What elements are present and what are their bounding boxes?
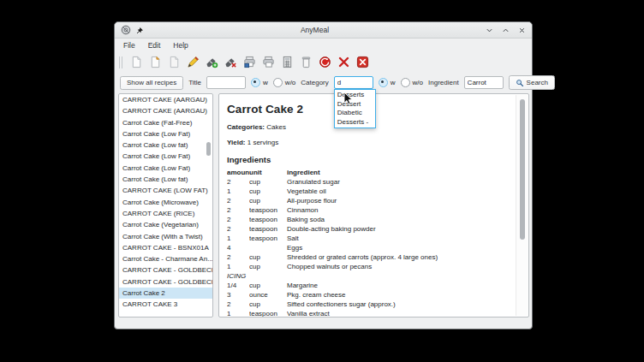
titlebar[interactable]: AnyMeal — [115, 22, 532, 39]
menu-file[interactable]: File — [118, 40, 140, 50]
list-item[interactable]: CARROT CAKE 3 — [119, 299, 212, 310]
dropdown-item[interactable]: Dessert — [335, 100, 375, 110]
toolbar-print-preview-button[interactable] — [260, 54, 277, 71]
toolbar — [115, 52, 532, 72]
desktop-background: AnyMeal File Edit Help — [0, 0, 644, 362]
recipe-yield-line: Yield: 1 servings — [227, 139, 510, 146]
list-item[interactable]: Carrot Cake - Charmane An... — [119, 253, 212, 264]
toolbar-quit-button[interactable] — [355, 54, 371, 71]
list-item[interactable]: Carrot Cake (With a Twist) — [119, 231, 212, 242]
canister-icon — [300, 56, 313, 68]
import-page-icon — [149, 56, 162, 68]
toolbar-handle[interactable] — [119, 56, 122, 68]
ingredient-section: ICING — [227, 271, 510, 281]
menu-help[interactable]: Help — [168, 40, 193, 50]
list-item[interactable]: Carrot Cake 2 — [119, 288, 212, 299]
list-item[interactable]: Carrot Cake (Low Fat) — [119, 151, 212, 162]
yield-value: 1 servings — [247, 139, 278, 146]
ingredient-unit: teaspoon — [249, 234, 287, 243]
toolbar-print-button[interactable] — [242, 54, 258, 71]
ingredient-name: Double-acting baking powder — [287, 224, 510, 234]
menu-edit[interactable]: Edit — [143, 40, 166, 50]
close-button[interactable] — [517, 26, 526, 34]
ingredient-input[interactable] — [464, 76, 504, 89]
toolbar-edit-recipe-button[interactable] — [185, 54, 201, 71]
list-item[interactable]: Carrot Cake (Low fat) — [119, 174, 212, 185]
ingredient-name: Cinnamon — [287, 205, 510, 215]
app-icon — [121, 25, 131, 35]
show-all-recipes-button[interactable]: Show all recipes — [120, 76, 183, 90]
category-with-label: w — [391, 79, 396, 86]
printer-save-icon — [243, 56, 256, 68]
dropdown-item[interactable]: Diabetic — [335, 109, 375, 118]
toolbar-new-recipe-button[interactable] — [128, 54, 145, 71]
search-button[interactable]: Search — [509, 75, 555, 90]
ingredient-unit: teaspoon — [249, 309, 287, 317]
list-item[interactable]: Carrot Cake (Low Fat) — [119, 128, 212, 139]
window-title: AnyMeal — [145, 26, 485, 34]
abort-icon — [319, 56, 331, 68]
toolbar-export-button[interactable] — [166, 54, 182, 71]
list-item[interactable]: CARROT CAKE - GOLDBECK — [119, 264, 212, 276]
category-input[interactable] — [334, 76, 373, 89]
ingredient-name: Margarine — [287, 281, 510, 290]
list-item[interactable]: Carrot Cake (Low Fat) — [119, 163, 212, 174]
minimize-button[interactable] — [485, 26, 493, 34]
toolbar-delete-button[interactable] — [336, 54, 352, 71]
menubar: File Edit Help — [115, 39, 532, 52]
yield-label: Yield: — [227, 139, 245, 146]
dropdown-item[interactable]: Desserts — [335, 91, 375, 100]
ingredient-unit — [249, 243, 287, 252]
pin-icon[interactable] — [135, 26, 145, 35]
list-item[interactable]: CARROT CAKE (AARGAU) — [119, 105, 212, 116]
ingredient-amount: 2 — [227, 252, 249, 262]
toolbar-import-button[interactable] — [147, 54, 164, 71]
ingredient-amount: 1 — [227, 187, 249, 196]
toolbar-clear-button[interactable] — [298, 54, 314, 71]
title-input[interactable] — [206, 76, 246, 89]
recipe-list-scrollbar-thumb[interactable] — [206, 142, 211, 156]
ingredient-unit: cup — [249, 196, 287, 205]
ingredients-header-unit: unit — [249, 168, 287, 177]
ingredient-amount: 1/4 — [227, 281, 249, 290]
recipe-view-scrollbar[interactable] — [516, 95, 528, 316]
recipe-view-scrollbar-thumb[interactable] — [520, 99, 525, 240]
ingredient-unit: cup — [249, 187, 287, 196]
toolbar-abort-button[interactable] — [317, 54, 333, 71]
dropdown-item[interactable]: Desserts - — [335, 118, 375, 128]
ingredient-amount: 2 — [227, 300, 249, 309]
category-without-radio[interactable] — [401, 78, 410, 87]
list-item[interactable]: Carrot Cake (Vegetarian) — [119, 219, 212, 230]
new-page-icon — [130, 56, 143, 68]
magnifier-icon — [516, 79, 524, 87]
ingredient-amount: 3 — [227, 290, 249, 300]
toolbar-add-recipe-button[interactable] — [204, 54, 220, 71]
ingredient-unit: cup — [249, 300, 287, 309]
minimize-icon — [486, 27, 493, 34]
title-with-radio[interactable] — [251, 78, 260, 87]
ingredient-amount: 1 — [227, 234, 249, 243]
recipe-list: CARROT CAKE (AARGAU)CARROT CAKE (AARGAU)… — [119, 94, 212, 311]
categories-label: Categories: — [227, 123, 265, 131]
list-item[interactable]: Carrot Cake (Low fat) — [119, 139, 212, 151]
ingredient-unit: teaspoon — [249, 224, 287, 234]
list-item[interactable]: CARROT CAKE - BSNX01A — [119, 242, 212, 253]
maximize-button[interactable] — [501, 26, 510, 34]
ingredient-unit: cup — [249, 262, 287, 271]
title-without-radio[interactable] — [273, 78, 283, 87]
toolbar-calculator-button[interactable] — [279, 54, 295, 71]
list-item[interactable]: CARROT CAKE (RICE) — [119, 208, 212, 219]
list-item[interactable]: Carrot Cake (Fat-Free) — [119, 117, 212, 128]
ingredient-unit: ounce — [249, 290, 287, 300]
recipe-list-scrollbar[interactable] — [206, 95, 212, 316]
list-item[interactable]: CARROT CAKE (AARGAU) — [119, 94, 212, 105]
category-with-radio[interactable] — [379, 78, 388, 87]
ingredient-amount: 2 — [227, 224, 249, 234]
ingredient-name: Eggs — [287, 243, 510, 252]
list-item[interactable]: Carrot Cake (Microwave) — [119, 197, 212, 208]
ingredient-amount: 2 — [227, 215, 249, 224]
list-item[interactable]: CARROT CAKE - GOLDBECK — [119, 276, 212, 288]
ingredient-name: Chopped walnuts or pecans — [287, 262, 510, 271]
toolbar-remove-recipe-button[interactable] — [223, 54, 239, 71]
list-item[interactable]: CARROT CAKE (LOW FAT) — [119, 185, 212, 196]
